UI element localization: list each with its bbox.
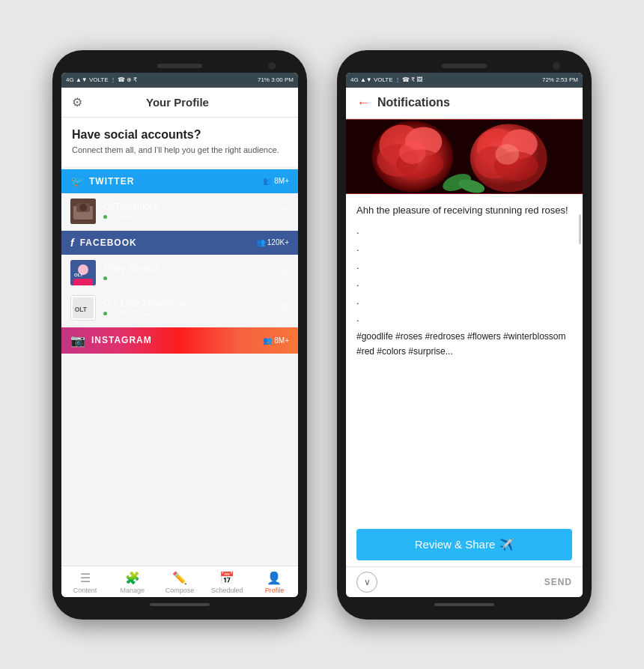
twitter-section: 🐦 TWITTER 👥 8M+ OLTravelbook (61, 169, 298, 228)
phone-2-top (346, 64, 583, 68)
dot-5: . (356, 292, 572, 309)
twitter-account-name: OLTravelbook (103, 202, 279, 212)
status-right-text-1: 71% 3:00 PM (258, 76, 294, 83)
profile-icon: 👤 (267, 571, 282, 585)
phone-1-top (61, 64, 298, 68)
phone-1-speaker (157, 64, 202, 68)
chevron-down-icon: ∨ (364, 577, 371, 587)
instagram-section: 📷 INSTAGRAM 👥 8M+ (61, 327, 298, 354)
intro-heading: Have social accounts? (72, 128, 288, 142)
dot-3: . (356, 257, 572, 274)
facebook-section: f FACEBOOK 👥 120K+ OLT Pinky Wh (61, 231, 298, 325)
nav-item-profile[interactable]: 👤 Profile (251, 566, 298, 597)
facebook-account-status-2: CONNECTED (103, 309, 279, 317)
svg-text:OLT: OLT (75, 306, 88, 313)
facebook-gear-icon-1[interactable] (279, 267, 289, 279)
facebook-header[interactable]: f FACEBOOK 👥 120K+ (61, 231, 298, 255)
svg-point-3 (79, 204, 87, 211)
review-share-label: Review & Share (415, 538, 496, 551)
twitter-header[interactable]: 🐦 TWITTER 👥 8M+ (61, 169, 298, 193)
notif-title: Notifications (377, 96, 450, 109)
status-left-text-1: 4G ▲▼ VOLTE ⋮ ☎ ⊕ ₹ (66, 76, 137, 83)
profile-label: Profile (265, 587, 285, 594)
review-share-button[interactable]: Review & Share ✈️ (356, 529, 572, 560)
phone-2-speaker (442, 64, 487, 68)
status-left-text-2: 4G ▲▼ VOLTE ⋮ ☎ ₹ 🖼 (350, 76, 422, 83)
rose-svg (346, 119, 583, 194)
facebook-count: 👥 120K+ (256, 238, 289, 246)
manage-icon: 🧩 (125, 571, 140, 585)
phone-2-bottom (346, 603, 583, 606)
notif-content: Ahh the pleasure of receiving stunning r… (346, 119, 583, 597)
facebook-account-status-1: CONNECTED (103, 274, 279, 282)
facebook-account-info-1: Pinky Wheels CONNECTED (103, 263, 279, 282)
twitter-status-text: CONNECTED (109, 213, 152, 220)
dot-4: . (356, 274, 572, 291)
instagram-name: INSTAGRAM (91, 335, 263, 345)
facebook-account-name-1: Pinky Wheels (103, 263, 279, 273)
facebook-account-1[interactable]: OLT Pinky Wheels CONNECTED (61, 255, 298, 290)
facebook-status-text-1: CONNECTED (109, 274, 152, 282)
twitter-avatar (70, 199, 96, 224)
profile-header: Your Profile (61, 88, 298, 118)
status-right-1: 71% 3:00 PM (258, 76, 294, 83)
notif-header: ← Notifications (346, 88, 583, 119)
instagram-header[interactable]: 📷 INSTAGRAM 👥 8M+ (61, 327, 298, 354)
twitter-account-info: OLTravelbook CONNECTED (103, 202, 279, 220)
status-left-1: 4G ▲▼ VOLTE ⋮ ☎ ⊕ ₹ (66, 76, 137, 83)
send-button[interactable]: SEND (544, 577, 572, 587)
scheduled-label: Scheduled (211, 587, 243, 594)
facebook-status-dot-1 (103, 276, 107, 280)
scroll-indicator (579, 214, 581, 244)
content-icon: ☰ (80, 571, 91, 585)
dot-2: . (356, 239, 572, 256)
notif-bottom-bar: ∨ SEND (346, 566, 583, 597)
phone-1-camera (268, 62, 276, 70)
facebook-account-2[interactable]: OLT Our Little Travelbook CONNECTED (61, 290, 298, 325)
status-right-2: 72% 2:53 PM (542, 76, 578, 83)
instagram-count: 👥 8M+ (263, 336, 289, 345)
notif-dots: . . . . . . (356, 222, 572, 327)
facebook-avatar-1: OLT (70, 260, 96, 285)
profile-intro: Have social accounts? Connect them all, … (61, 118, 298, 166)
facebook-status-dot-2 (103, 312, 107, 315)
dot-1: . (356, 222, 572, 239)
facebook-account-name-2: Our Little Travelbook (103, 298, 279, 309)
svg-rect-6 (73, 279, 93, 285)
phone-2-camera (553, 62, 560, 70)
nav-item-content[interactable]: ☰ Content (61, 566, 109, 597)
twitter-gear-icon[interactable] (279, 205, 289, 217)
settings-icon[interactable] (72, 95, 82, 109)
profile-screen-content: Have social accounts? Connect them all, … (61, 118, 298, 566)
back-arrow-icon[interactable]: ← (356, 95, 370, 111)
content-label: Content (73, 587, 97, 594)
dot-6: . (356, 309, 572, 327)
intro-body: Connect them all, and I'll help you get … (72, 145, 288, 156)
phone-2-screen: 4G ▲▼ VOLTE ⋮ ☎ ₹ 🖼 72% 2:53 PM ← Notifi… (346, 73, 583, 597)
phone-1-home-bar (150, 603, 210, 606)
facebook-gear-icon-2[interactable] (279, 302, 289, 314)
twitter-name: TWITTER (89, 176, 263, 187)
status-right-text-2: 72% 2:53 PM (542, 76, 578, 83)
svg-text:OLT: OLT (74, 273, 83, 277)
phone-2-home-bar (434, 603, 494, 606)
nav-item-compose[interactable]: ✏️ Compose (156, 566, 203, 597)
nav-item-manage[interactable]: 🧩 Manage (109, 566, 156, 597)
twitter-account[interactable]: OLTravelbook CONNECTED (61, 193, 298, 228)
compose-label: Compose (165, 587, 195, 594)
phone-1-screen: 4G ▲▼ VOLTE ⋮ ☎ ⊕ ₹ 71% 3:00 PM Your Pro… (61, 73, 298, 597)
scheduled-icon: 📅 (219, 571, 234, 585)
notif-rose-image (346, 119, 583, 194)
twitter-icon: 🐦 (70, 175, 83, 187)
nav-item-scheduled[interactable]: 📅 Scheduled (204, 566, 251, 597)
chevron-down-button[interactable]: ∨ (356, 572, 377, 593)
notif-hashtags: #goodlife #roses #redroses #flowers #win… (356, 330, 572, 358)
facebook-avatar-2: OLT (70, 295, 96, 321)
instagram-icon: 📷 (70, 333, 85, 348)
notif-text-area: Ahh the pleasure of receiving stunning r… (346, 194, 583, 523)
bottom-nav-1: ☰ Content 🧩 Manage ✏️ Compose 📅 Schedule… (61, 566, 298, 597)
compose-icon: ✏️ (172, 571, 187, 585)
twitter-account-status: CONNECTED (103, 213, 279, 220)
profile-header-title: Your Profile (82, 96, 273, 109)
facebook-name: FACEBOOK (80, 237, 256, 248)
